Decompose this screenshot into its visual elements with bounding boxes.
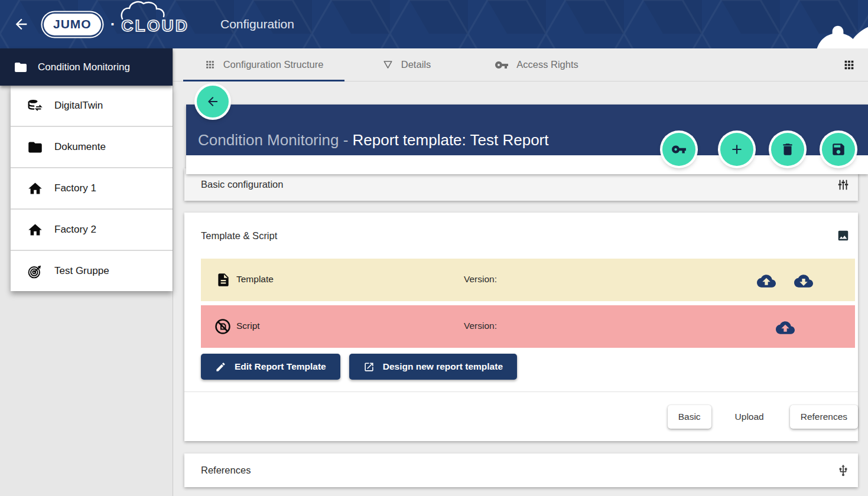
cloud-upload-icon[interactable] <box>776 318 795 337</box>
jumo-cloud-logo: JUMO · CLOUD <box>44 12 189 36</box>
script-off-icon <box>214 318 232 335</box>
button-label: Design new report template <box>383 361 503 372</box>
back-arrow-icon[interactable] <box>13 16 30 32</box>
sidebar-root-label: Condition Monitoring <box>38 61 130 73</box>
cloud-upload-icon[interactable] <box>757 272 776 291</box>
script-row-label: Script <box>236 321 260 331</box>
save-button[interactable] <box>822 133 855 166</box>
funnel-icon <box>382 59 394 70</box>
tab-label: Details <box>401 59 431 70</box>
script-row: Script Version: <box>201 305 855 348</box>
entity-header-card: Condition Monitoring - Report template: … <box>186 105 868 174</box>
tab-details[interactable]: Details <box>344 48 469 81</box>
apps-icon[interactable] <box>843 58 856 71</box>
key-icon <box>495 58 509 72</box>
sidebar-item-test-gruppe[interactable]: Test Gruppe <box>11 251 173 291</box>
design-new-report-template-button[interactable]: Design new report template <box>349 354 517 380</box>
tab-bar: Configuration Structure Details Access R… <box>173 48 868 81</box>
sidebar-item-digitaltwin[interactable]: DigitalTwin <box>11 86 173 127</box>
sidebar-children-list: DigitalTwin Dokumente Factory 1 Factory … <box>11 86 173 291</box>
sidebar-item-label: DigitalTwin <box>54 100 103 112</box>
template-version-label: Version: <box>464 274 497 285</box>
cloud-wordmark: CLOUD <box>121 13 189 35</box>
section-title: Template & Script <box>201 230 837 242</box>
save-icon <box>831 142 846 157</box>
digital-twin-icon <box>27 98 43 114</box>
tab-label: Configuration Structure <box>223 59 324 70</box>
button-label: Edit Report Template <box>235 361 326 372</box>
sidebar-item-factory-1[interactable]: Factory 1 <box>11 168 173 210</box>
references-button[interactable]: References <box>790 405 858 429</box>
image-icon[interactable] <box>837 229 850 242</box>
template-actions: Edit Report Template Design new report t… <box>201 354 858 380</box>
account-icon[interactable] <box>839 17 856 34</box>
jumo-brand: JUMO <box>44 14 101 35</box>
entity-name: Report template: Test Report <box>353 131 549 149</box>
brand-separator: · <box>110 15 116 34</box>
folder-icon <box>14 60 28 74</box>
tab-access-rights[interactable]: Access Rights <box>469 48 604 81</box>
sidebar-item-factory-2[interactable]: Factory 2 <box>11 210 173 251</box>
delete-button[interactable] <box>771 133 804 166</box>
basic-button[interactable]: Basic <box>668 405 711 429</box>
template-row-label: Template <box>236 274 274 285</box>
section-title: Basic configuration <box>201 179 837 190</box>
sidebar-item-dokumente[interactable]: Dokumente <box>11 127 173 168</box>
main-content: Configuration Structure Details Access R… <box>173 48 868 496</box>
sidebar-item-condition-monitoring[interactable]: Condition Monitoring <box>0 48 173 86</box>
section-title: References <box>201 465 837 476</box>
sidebar-item-label: Factory 1 <box>54 182 96 194</box>
sidebar-item-label: Factory 2 <box>54 224 96 236</box>
access-key-button[interactable] <box>662 133 695 166</box>
usb-icon[interactable] <box>837 464 850 477</box>
folder-icon <box>27 139 43 155</box>
plus-icon <box>729 142 745 157</box>
jumo-cloud-app: JUMO · CLOUD Configuration Condition Mon… <box>0 0 868 496</box>
page-title: Configuration <box>220 0 294 48</box>
tune-icon[interactable] <box>837 178 850 191</box>
add-button[interactable] <box>720 133 753 166</box>
back-button[interactable] <box>197 86 229 118</box>
edit-icon <box>215 361 226 373</box>
entity-title: Condition Monitoring - Report template: … <box>198 131 548 149</box>
cloud-download-icon[interactable] <box>794 272 813 291</box>
tab-label: Access Rights <box>516 59 578 70</box>
sidebar-item-label: Test Gruppe <box>54 265 109 277</box>
script-version-label: Version: <box>464 321 497 331</box>
trash-icon <box>780 142 795 157</box>
back-arrow-icon <box>206 94 220 109</box>
navigation-sidebar: Condition Monitoring DigitalTwin Dokumen… <box>0 48 173 496</box>
info-icon[interactable] <box>794 17 810 32</box>
edit-report-template-button[interactable]: Edit Report Template <box>201 354 340 380</box>
template-script-header: Template & Script <box>184 213 858 259</box>
key-icon <box>671 142 687 157</box>
tab-configuration-structure[interactable]: Configuration Structure <box>183 48 344 81</box>
cloud-outline-icon <box>119 0 184 20</box>
home-icon <box>27 181 43 197</box>
home-icon <box>27 222 43 238</box>
grid-icon <box>204 59 216 70</box>
entity-header: Condition Monitoring - Report template: … <box>186 105 868 155</box>
target-icon <box>27 263 43 279</box>
sidebar-item-label: Dokumente <box>54 141 106 153</box>
section-template-script: Template & Script Template Version: Scri… <box>184 213 858 441</box>
section-references[interactable]: References <box>184 453 858 487</box>
entity-breadcrumb: Condition Monitoring - <box>198 131 353 149</box>
document-icon <box>216 272 231 288</box>
open-in-new-icon <box>363 361 375 373</box>
notifications-icon[interactable] <box>749 17 765 32</box>
upload-button[interactable]: Upload <box>724 405 775 429</box>
template-row: Template Version: <box>201 259 855 301</box>
entity-header-strip <box>186 155 868 174</box>
top-app-bar: JUMO · CLOUD Configuration <box>0 0 868 48</box>
card-footer-actions: Basic Upload References <box>184 392 858 442</box>
